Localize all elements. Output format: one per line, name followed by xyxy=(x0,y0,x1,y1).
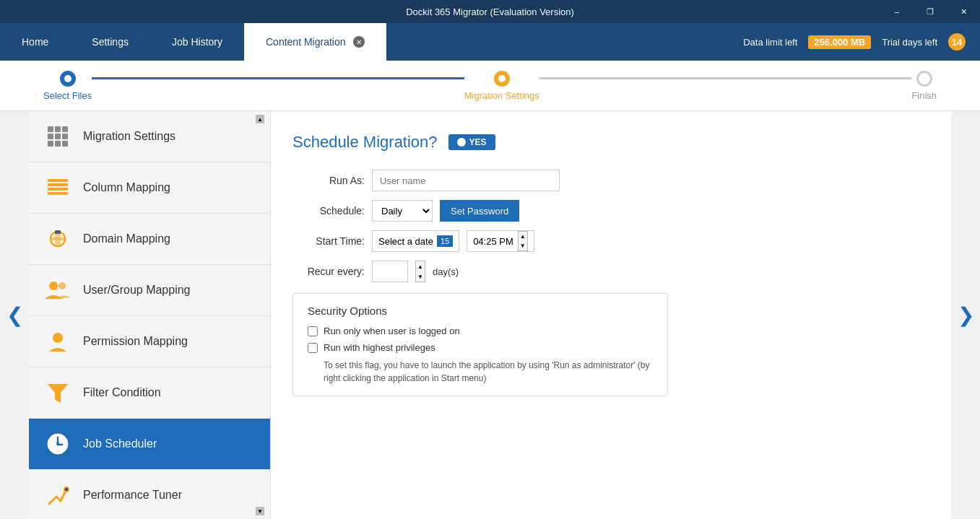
set-password-button[interactable]: Set Password xyxy=(440,200,519,222)
step-circle-3 xyxy=(916,71,932,87)
sidebar-label-migration-settings: Migration Settings xyxy=(83,130,175,143)
svg-rect-3 xyxy=(48,183,68,186)
security-option-2-label: Run with highest privileges xyxy=(324,342,435,353)
app-title: Dockit 365 Migrator (Evaluation Version) xyxy=(406,6,574,17)
svg-rect-9 xyxy=(55,230,61,234)
security-section: Security Options Run only when user is l… xyxy=(292,293,929,396)
sidebar-item-permission-mapping[interactable]: Permission Mapping xyxy=(29,316,270,367)
security-title: Security Options xyxy=(308,305,653,317)
svg-point-11 xyxy=(58,282,66,289)
security-option-1-row: Run only when user is logged on xyxy=(308,326,653,336)
filter-condition-icon xyxy=(43,378,72,407)
sidebar-scroll-up[interactable]: ▲ xyxy=(256,115,264,123)
sidebar-label-job-scheduler: Job Scheduler xyxy=(83,437,157,450)
svg-rect-5 xyxy=(48,192,68,195)
recur-input[interactable]: 0 xyxy=(372,261,408,282)
time-value: 04:25 PM xyxy=(473,236,513,247)
data-limit-label: Data limit left xyxy=(743,37,797,48)
date-picker[interactable]: Select a date 15 xyxy=(372,230,459,252)
sidebar-label-column-mapping: Column Mapping xyxy=(83,181,170,194)
title-bar: Dockit 365 Migrator (Evaluation Version)… xyxy=(0,0,980,23)
menu-right-info: Data limit left 256.000 MB Trial days le… xyxy=(743,33,966,51)
sidebar-label-domain-mapping: Domain Mapping xyxy=(83,232,170,245)
trial-days-badge: 14 xyxy=(948,33,966,51)
sidebar-label-filter-condition: Filter Condition xyxy=(83,386,161,399)
job-scheduler-icon xyxy=(43,429,72,458)
job-history-menu-item[interactable]: Job History xyxy=(150,23,244,61)
migration-settings-icon xyxy=(43,122,72,151)
svg-rect-4 xyxy=(48,188,68,191)
data-limit-value: 256.000 MB xyxy=(808,35,871,49)
content-migration-tab-label: Content Migration xyxy=(266,36,346,48)
sidebar-item-filter-condition[interactable]: Filter Condition xyxy=(29,367,270,419)
svg-point-1 xyxy=(498,75,506,82)
svg-point-12 xyxy=(53,333,63,343)
start-time-label: Start Time: xyxy=(292,235,365,247)
schedule-toggle-button[interactable]: YES xyxy=(448,134,495,150)
recur-down-arrow[interactable]: ▼ xyxy=(416,271,425,282)
svg-point-10 xyxy=(49,282,58,290)
svg-line-17 xyxy=(49,497,56,504)
svg-marker-13 xyxy=(48,384,68,403)
sidebar-item-user-group-mapping[interactable]: User/Group Mapping xyxy=(29,265,270,316)
tab-close-button[interactable]: ✕ xyxy=(353,36,365,48)
sidebar-scroll-down[interactable]: ▼ xyxy=(256,507,264,515)
minimize-button[interactable]: – xyxy=(880,0,914,23)
close-button[interactable]: ✕ xyxy=(947,0,980,23)
toggle-label: YES xyxy=(469,137,487,147)
svg-rect-8 xyxy=(51,237,65,240)
schedule-select[interactable]: Daily Weekly Monthly Once xyxy=(372,200,433,222)
run-as-row: Run As: xyxy=(292,170,929,191)
run-as-input[interactable] xyxy=(372,170,560,191)
sidebar-item-migration-settings[interactable]: Migration Settings xyxy=(29,111,270,162)
security-option-1-checkbox[interactable] xyxy=(308,326,318,336)
settings-menu-item[interactable]: Settings xyxy=(70,23,150,61)
step-label-2: Migration Settings xyxy=(464,90,539,101)
security-option-1-label: Run only when user is logged on xyxy=(324,326,460,336)
performance-tuner-icon xyxy=(43,481,72,510)
toggle-indicator xyxy=(457,138,466,147)
step-select-files[interactable]: Select Files xyxy=(43,71,92,101)
step-migration-settings[interactable]: Migration Settings xyxy=(464,71,539,101)
sidebar-label-user-group-mapping: User/Group Mapping xyxy=(83,284,191,297)
sidebar-item-column-mapping[interactable]: Column Mapping xyxy=(29,162,270,214)
security-options-box: Security Options Run only when user is l… xyxy=(292,293,668,396)
section-title: Schedule Migration? YES xyxy=(292,133,929,152)
svg-rect-2 xyxy=(48,179,68,182)
user-group-mapping-icon xyxy=(43,276,72,305)
step-label-3: Finish xyxy=(911,90,937,101)
content-migration-tab[interactable]: Content Migration ✕ xyxy=(244,23,386,61)
recur-spinner[interactable]: ▲ ▼ xyxy=(415,261,425,282)
select-date-text: Select a date xyxy=(378,236,433,247)
trial-left-label: Trial days left xyxy=(882,37,937,48)
sidebar-item-domain-mapping[interactable]: Domain Mapping xyxy=(29,214,270,265)
time-up-arrow[interactable]: ▲ xyxy=(519,232,527,241)
menu-bar: Home Settings Job History Content Migrat… xyxy=(0,23,980,61)
step-finish[interactable]: Finish xyxy=(911,71,937,101)
recur-up-arrow[interactable]: ▲ xyxy=(416,261,425,271)
time-down-arrow[interactable]: ▼ xyxy=(519,241,527,250)
progress-line-2 xyxy=(539,77,912,79)
nav-left-arrow[interactable]: ❮ xyxy=(0,111,29,519)
sidebar-label-permission-mapping: Permission Mapping xyxy=(83,335,188,348)
home-menu-item[interactable]: Home xyxy=(0,23,70,61)
permission-mapping-icon xyxy=(43,327,72,356)
window-controls: – ❐ ✕ xyxy=(880,0,980,23)
time-spinner[interactable]: ▲ ▼ xyxy=(518,231,528,251)
sidebar-item-job-scheduler[interactable]: Job Scheduler xyxy=(29,419,270,470)
date-badge: 15 xyxy=(437,235,453,247)
time-input[interactable]: 04:25 PM ▲ ▼ xyxy=(467,230,534,252)
svg-point-16 xyxy=(56,442,59,445)
step-label-1: Select Files xyxy=(43,90,92,101)
nav-right-arrow[interactable]: ❯ xyxy=(951,111,980,519)
step-circle-2 xyxy=(494,71,510,87)
security-option-2-checkbox[interactable] xyxy=(308,343,318,353)
schedule-migration-title: Schedule Migration? xyxy=(292,133,438,152)
day-label: day(s) xyxy=(433,266,459,277)
column-mapping-icon xyxy=(43,173,72,202)
step-circle-1 xyxy=(60,71,76,87)
sidebar-item-performance-tuner[interactable]: Performance Tuner xyxy=(29,470,270,519)
progress-steps: Select Files Migration Settings Finish xyxy=(43,71,937,101)
restore-button[interactable]: ❐ xyxy=(914,0,947,23)
progress-line-1 xyxy=(92,77,464,79)
